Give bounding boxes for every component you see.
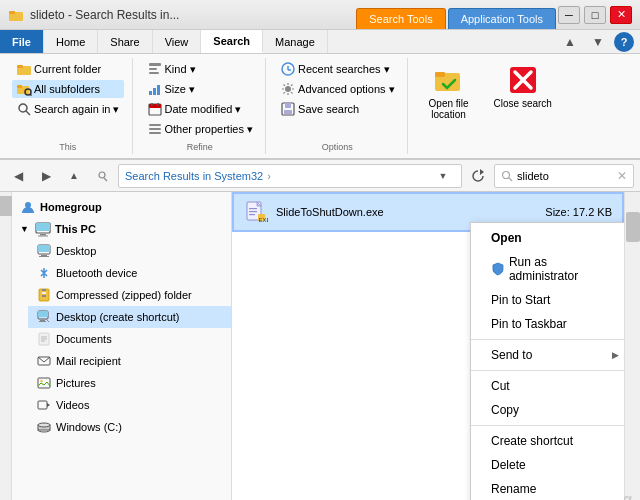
svg-rect-14 [153,88,156,95]
main-content: Homegroup ▼ This PC Desktop Bluetooth de… [0,192,640,500]
sidebar-desktop-shortcut[interactable]: Desktop (create shortcut) [28,306,231,328]
ctx-run-as-admin[interactable]: Run as administrator [471,250,624,288]
context-menu: Open Run as administrator Pin to Start P… [470,222,624,500]
file-size: Size: 17.2 KB [532,206,612,218]
sidebar-pictures[interactable]: Pictures [28,372,231,394]
save-search-button[interactable]: Save search [276,100,399,118]
svg-line-36 [104,178,107,181]
svg-rect-43 [40,234,46,236]
search-clear-button[interactable]: ✕ [617,169,627,183]
svg-point-68 [38,423,50,427]
maximize-button[interactable]: □ [584,6,606,24]
videos-icon [36,397,52,413]
documents-label: Documents [56,333,112,345]
content-area[interactable]: EXE SlideToShutDown.exe Size: 17.2 KB Op… [232,192,624,500]
tab-view[interactable]: View [153,30,202,53]
other-properties-button[interactable]: Other properties ▾ [143,120,258,138]
kind-button[interactable]: Kind ▾ [143,60,258,78]
ctx-rename[interactable]: Rename [471,477,624,500]
sidebar-documents[interactable]: Documents [28,328,231,350]
tab-home[interactable]: Home [44,30,98,53]
sidebar-zip[interactable]: Compressed (zipped) folder [28,284,231,306]
date-modified-button[interactable]: Date modified ▾ [143,100,258,118]
close-search-button[interactable]: Close search [488,60,558,113]
ribbon-scroll-down[interactable]: ▼ [586,30,610,54]
help-button[interactable]: ? [614,32,634,52]
ctx-delete[interactable]: Delete [471,453,624,477]
all-subfolders-button[interactable]: All subfolders [12,80,124,98]
ribbon-group-actions: Open file location Close search [410,58,566,154]
forward-button[interactable]: ▶ [34,164,58,188]
desktop-label: Desktop [56,245,96,257]
size-button[interactable]: Size ▾ [143,80,258,98]
svg-rect-17 [149,104,161,108]
kind-icon [147,61,163,77]
ctx-copy[interactable]: Copy [471,398,624,422]
file-name: SlideToShutDown.exe [276,206,524,218]
documents-icon [36,331,52,347]
close-button[interactable]: ✕ [610,6,632,24]
sidebar-homegroup[interactable]: Homegroup [12,196,231,218]
this-pc-icon [35,221,51,237]
ctx-create-shortcut[interactable]: Create shortcut [471,429,624,453]
up-button[interactable]: ▲ [62,164,86,188]
bluetooth-label: Bluetooth device [56,267,137,279]
advanced-options-button[interactable]: Advanced options ▾ [276,80,399,98]
sidebar-desktop[interactable]: Desktop [28,240,231,262]
svg-rect-13 [149,91,152,95]
ctx-cut[interactable]: Cut [471,374,624,398]
svg-point-8 [19,104,27,112]
clock-icon [280,61,296,77]
ctx-open[interactable]: Open [471,226,624,250]
content-scrollbar[interactable] [624,192,640,500]
ribbon: File Home Share View Search Manage ▲ ▼ ?… [0,30,640,160]
ribbon-group-options: Recent searches ▾ Advanced options ▾ Sav… [268,58,408,154]
search-query: slideto [517,170,549,182]
desktop-icon [36,243,52,259]
refresh-button[interactable] [466,164,490,188]
application-tools-tab[interactable]: Application Tools [448,8,556,29]
open-file-location-button[interactable]: Open file location [418,60,480,124]
sidebar-scroll[interactable] [0,192,12,500]
ribbon-group-this: Current folder All subfolders Search aga… [4,58,133,154]
pictures-label: Pictures [56,377,96,389]
search-tools-tab[interactable]: Search Tools [356,8,445,29]
svg-marker-37 [480,169,484,175]
tab-search[interactable]: Search [201,30,263,53]
sidebar-bluetooth[interactable]: Bluetooth device [28,262,231,284]
ctx-pin-taskbar[interactable]: Pin to Taskbar [471,312,624,336]
address-bar[interactable]: Search Results in System32 › ▼ [118,164,462,188]
svg-rect-22 [149,132,161,134]
tab-file[interactable]: File [0,30,44,53]
current-folder-button[interactable]: Current folder [12,60,124,78]
tab-manage[interactable]: Manage [263,30,328,53]
svg-rect-10 [149,63,161,66]
sidebar-mail[interactable]: Mail recipient [28,350,231,372]
sidebar-videos[interactable]: Videos [28,394,231,416]
svg-point-38 [503,171,510,178]
back-button[interactable]: ◀ [6,164,30,188]
save-icon [280,101,296,117]
homegroup-icon [20,199,36,215]
sidebar-this-pc[interactable]: ▼ This PC [12,218,231,240]
recent-searches-button[interactable]: Recent searches ▾ [276,60,399,78]
send-to-arrow: ▶ [612,350,619,360]
svg-rect-20 [149,124,161,126]
this-pc-label: This PC [55,223,96,235]
ctx-pin-start[interactable]: Pin to Start [471,288,624,312]
search-bar[interactable]: slideto ✕ [494,164,634,188]
sidebar-windows-c[interactable]: Windows (C:) [28,416,231,438]
svg-rect-47 [41,255,47,256]
svg-rect-21 [149,128,161,130]
address-dropdown[interactable]: ▼ [431,164,455,188]
ribbon-scroll-up[interactable]: ▲ [558,30,582,54]
desktop-shortcut-label: Desktop (create shortcut) [56,311,180,323]
tab-share[interactable]: Share [98,30,152,53]
svg-rect-71 [249,208,257,209]
svg-rect-51 [42,292,46,294]
windows-c-label: Windows (C:) [56,421,122,433]
svg-rect-5 [17,85,22,88]
minimize-button[interactable]: ─ [558,6,580,24]
ctx-send-to[interactable]: Send to ▶ [471,343,624,367]
search-again-button[interactable]: Search again in ▾ [12,100,124,118]
